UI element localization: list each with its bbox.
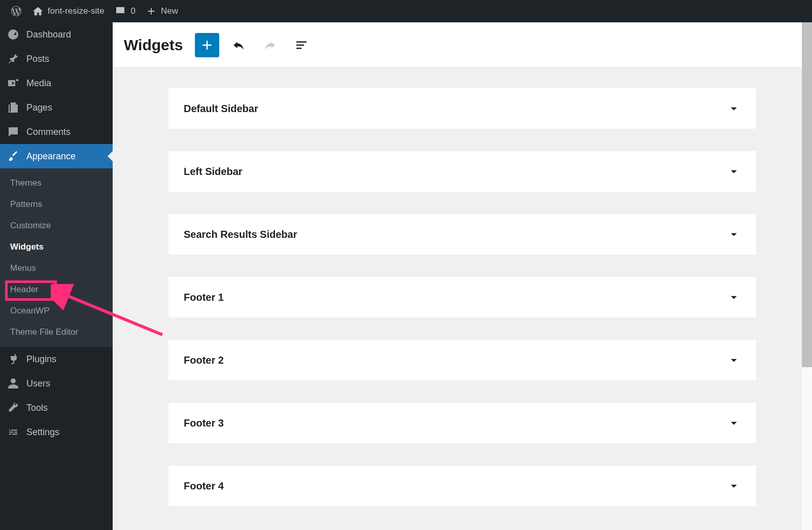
- plus-icon: [199, 38, 215, 53]
- comments-link[interactable]: 0: [109, 0, 140, 22]
- brush-icon: [7, 150, 19, 162]
- widget-area-title: Left Sidebar: [184, 166, 243, 178]
- wp-logo[interactable]: [5, 0, 27, 22]
- sidebar-item-label: Tools: [26, 403, 48, 413]
- widget-area-title: Default Sidebar: [184, 103, 258, 115]
- dashboard-icon: [7, 28, 19, 41]
- media-icon: [7, 77, 19, 89]
- new-content-link[interactable]: New: [141, 0, 183, 22]
- chevron-down-icon: [727, 164, 741, 179]
- widget-areas-list: Default Sidebar Left Sidebar Search Resu…: [113, 68, 812, 526]
- site-home-link[interactable]: font-resize-site: [27, 0, 109, 22]
- sidebar-item-label: Pages: [26, 102, 52, 113]
- submenu-item-menus[interactable]: Menus: [0, 258, 113, 279]
- list-view-button[interactable]: [289, 33, 314, 57]
- scrollbar[interactable]: [802, 22, 812, 530]
- main-content: Widgets Default Sidebar Left Sidebar Sea…: [113, 22, 812, 530]
- plug-icon: [7, 353, 19, 365]
- add-block-button[interactable]: [195, 33, 219, 57]
- widget-area-title: Footer 3: [184, 417, 224, 429]
- sidebar-item-comments[interactable]: Comments: [0, 120, 113, 144]
- widget-area-title: Footer 2: [184, 355, 224, 366]
- widget-area-footer-1[interactable]: Footer 1: [168, 277, 756, 317]
- comment-icon: [7, 126, 19, 138]
- sidebar-item-label: Appearance: [26, 151, 76, 162]
- site-name: font-resize-site: [48, 6, 104, 16]
- editor-title: Widgets: [124, 37, 183, 54]
- chevron-down-icon: [727, 416, 741, 430]
- sidebar-item-label: Users: [26, 378, 50, 389]
- scrollbar-thumb[interactable]: [802, 22, 812, 367]
- widget-area-title: Search Results Sidebar: [184, 229, 297, 240]
- widget-area-footer-4[interactable]: Footer 4: [168, 466, 756, 506]
- chevron-down-icon: [727, 101, 741, 116]
- submenu-item-theme-file-editor[interactable]: Theme File Editor: [0, 322, 113, 343]
- chevron-down-icon: [727, 353, 741, 367]
- sidebar-item-dashboard[interactable]: Dashboard: [0, 22, 113, 47]
- sidebar-item-media[interactable]: Media: [0, 71, 113, 95]
- widget-area-title: Footer 4: [184, 480, 224, 492]
- list-view-icon: [294, 38, 309, 53]
- redo-icon: [262, 38, 278, 53]
- sidebar-item-label: Comments: [26, 127, 71, 137]
- widget-area-default-sidebar[interactable]: Default Sidebar: [168, 88, 756, 129]
- submenu-item-widgets[interactable]: Widgets: [0, 236, 113, 258]
- submenu-item-oceanwp[interactable]: OceanWP: [0, 300, 113, 322]
- sidebar-item-users[interactable]: Users: [0, 371, 113, 396]
- submenu-item-patterns[interactable]: Patterns: [0, 194, 113, 215]
- sidebar-item-appearance[interactable]: Appearance: [0, 144, 113, 168]
- sidebar-item-pages[interactable]: Pages: [0, 95, 113, 120]
- sidebar-item-label: Settings: [26, 427, 59, 438]
- widget-area-footer-3[interactable]: Footer 3: [168, 403, 756, 443]
- comment-count: 0: [130, 6, 135, 16]
- submenu-item-customize[interactable]: Customize: [0, 215, 113, 236]
- undo-button[interactable]: [226, 33, 251, 57]
- widget-area-title: Footer 1: [184, 292, 224, 303]
- widget-area-footer-2[interactable]: Footer 2: [168, 340, 756, 380]
- sidebar-item-plugins[interactable]: Plugins: [0, 347, 113, 371]
- widget-area-search-results-sidebar[interactable]: Search Results Sidebar: [168, 214, 756, 255]
- undo-icon: [231, 38, 246, 53]
- chevron-down-icon: [727, 227, 741, 241]
- sidebar-item-settings[interactable]: Settings: [0, 420, 113, 444]
- sidebar-item-label: Dashboard: [26, 29, 71, 40]
- appearance-submenu: Themes Patterns Customize Widgets Menus …: [0, 168, 113, 347]
- sidebar-item-label: Posts: [26, 54, 49, 64]
- submenu-item-themes[interactable]: Themes: [0, 172, 113, 194]
- admin-bar: font-resize-site 0 New: [0, 0, 812, 22]
- admin-sidebar: Dashboard Posts Media Pages Comments App…: [0, 22, 113, 530]
- user-icon: [7, 377, 19, 390]
- submenu-item-header[interactable]: Header: [0, 279, 113, 300]
- sidebar-item-label: Plugins: [26, 354, 56, 365]
- settings-icon: [7, 426, 19, 438]
- sidebar-item-tools[interactable]: Tools: [0, 396, 113, 420]
- pin-icon: [7, 53, 19, 65]
- chevron-down-icon: [727, 290, 741, 304]
- chevron-down-icon: [727, 479, 741, 493]
- redo-button[interactable]: [258, 33, 282, 57]
- editor-header: Widgets: [113, 22, 812, 68]
- sidebar-item-label: Media: [26, 78, 51, 89]
- pages-icon: [7, 101, 19, 114]
- wrench-icon: [7, 402, 19, 414]
- sidebar-item-posts[interactable]: Posts: [0, 47, 113, 71]
- widget-area-left-sidebar[interactable]: Left Sidebar: [168, 151, 756, 192]
- new-label: New: [161, 6, 178, 16]
